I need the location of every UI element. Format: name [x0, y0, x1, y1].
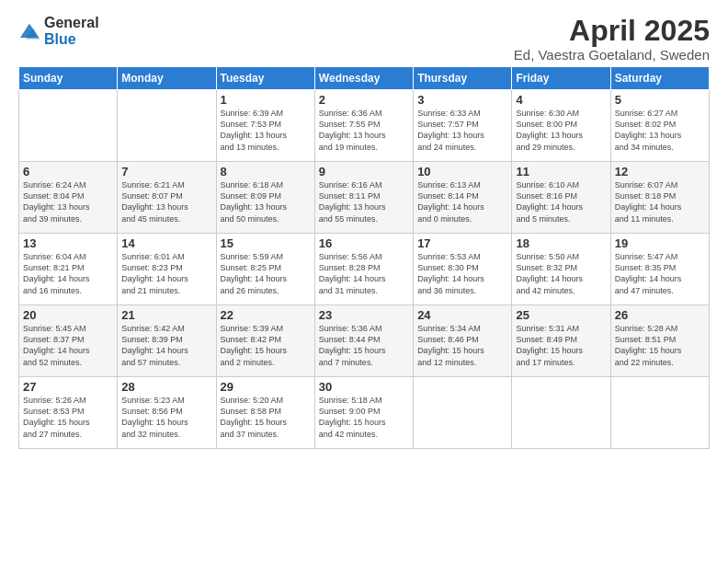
day-number: 14 [121, 236, 211, 250]
calendar-cell [512, 377, 610, 449]
day-info: Sunrise: 6:30 AM Sunset: 8:00 PM Dayligh… [516, 108, 606, 153]
calendar-cell: 14Sunrise: 6:01 AM Sunset: 8:23 PM Dayli… [118, 234, 216, 305]
day-number: 22 [221, 308, 311, 322]
day-info: Sunrise: 6:27 AM Sunset: 8:02 PM Dayligh… [615, 108, 705, 153]
logo-general: General [44, 15, 99, 30]
day-number: 15 [221, 236, 311, 250]
day-info: Sunrise: 5:42 AM Sunset: 8:39 PM Dayligh… [121, 323, 211, 368]
weekday-header-sunday: Sunday [19, 67, 118, 90]
week-row-3: 13Sunrise: 6:04 AM Sunset: 8:21 PM Dayli… [19, 234, 710, 305]
day-info: Sunrise: 6:10 AM Sunset: 8:16 PM Dayligh… [516, 179, 606, 224]
calendar-cell: 30Sunrise: 5:18 AM Sunset: 9:00 PM Dayli… [314, 377, 413, 449]
calendar-cell: 13Sunrise: 6:04 AM Sunset: 8:21 PM Dayli… [19, 234, 118, 305]
day-number: 29 [221, 380, 311, 394]
week-row-2: 6Sunrise: 6:24 AM Sunset: 8:04 PM Daylig… [19, 162, 710, 234]
weekday-header-wednesday: Wednesday [314, 67, 413, 90]
calendar-subtitle: Ed, Vaestra Goetaland, Sweden [514, 47, 710, 63]
day-number: 2 [319, 93, 409, 107]
weekday-header-saturday: Saturday [610, 67, 709, 90]
week-row-1: 1Sunrise: 6:39 AM Sunset: 7:53 PM Daylig… [19, 90, 710, 162]
weekday-header-tuesday: Tuesday [216, 67, 314, 90]
calendar-cell: 8Sunrise: 6:18 AM Sunset: 8:09 PM Daylig… [216, 162, 314, 234]
day-info: Sunrise: 5:39 AM Sunset: 8:42 PM Dayligh… [221, 323, 311, 368]
day-number: 3 [417, 93, 507, 107]
day-info: Sunrise: 5:53 AM Sunset: 8:30 PM Dayligh… [417, 251, 507, 296]
logo: General Blue [18, 15, 99, 48]
calendar-cell: 26Sunrise: 5:28 AM Sunset: 8:51 PM Dayli… [610, 305, 709, 377]
day-info: Sunrise: 5:18 AM Sunset: 9:00 PM Dayligh… [319, 395, 409, 440]
day-number: 18 [516, 236, 606, 250]
day-number: 27 [23, 380, 113, 394]
day-info: Sunrise: 6:07 AM Sunset: 8:18 PM Dayligh… [615, 179, 705, 224]
day-info: Sunrise: 6:18 AM Sunset: 8:09 PM Dayligh… [221, 179, 311, 224]
day-info: Sunrise: 6:36 AM Sunset: 7:55 PM Dayligh… [319, 108, 409, 153]
day-number: 25 [516, 308, 606, 322]
calendar-cell: 20Sunrise: 5:45 AM Sunset: 8:37 PM Dayli… [19, 305, 118, 377]
header: General Blue April 2025 Ed, Vaestra Goet… [18, 15, 710, 63]
calendar-cell [19, 90, 118, 162]
day-number: 16 [319, 236, 409, 250]
calendar-cell: 17Sunrise: 5:53 AM Sunset: 8:30 PM Dayli… [414, 234, 512, 305]
day-info: Sunrise: 5:56 AM Sunset: 8:28 PM Dayligh… [319, 251, 409, 296]
day-info: Sunrise: 6:16 AM Sunset: 8:11 PM Dayligh… [319, 179, 409, 224]
day-number: 12 [615, 165, 705, 178]
day-number: 13 [23, 236, 113, 250]
calendar-cell: 19Sunrise: 5:47 AM Sunset: 8:35 PM Dayli… [610, 234, 709, 305]
day-number: 26 [615, 308, 705, 322]
day-info: Sunrise: 6:24 AM Sunset: 8:04 PM Dayligh… [23, 179, 113, 224]
day-number: 10 [417, 165, 507, 178]
day-info: Sunrise: 5:34 AM Sunset: 8:46 PM Dayligh… [417, 323, 507, 368]
day-number: 7 [121, 165, 211, 178]
day-number: 21 [121, 308, 211, 322]
calendar-table: SundayMondayTuesdayWednesdayThursdayFrid… [18, 66, 710, 449]
calendar-cell: 22Sunrise: 5:39 AM Sunset: 8:42 PM Dayli… [216, 305, 314, 377]
day-number: 28 [121, 380, 211, 394]
day-number: 1 [221, 93, 311, 107]
day-info: Sunrise: 5:23 AM Sunset: 8:56 PM Dayligh… [121, 395, 211, 440]
calendar-cell: 23Sunrise: 5:36 AM Sunset: 8:44 PM Dayli… [314, 305, 413, 377]
calendar-cell: 28Sunrise: 5:23 AM Sunset: 8:56 PM Dayli… [118, 377, 216, 449]
calendar-cell: 16Sunrise: 5:56 AM Sunset: 8:28 PM Dayli… [314, 234, 413, 305]
weekday-header-thursday: Thursday [414, 67, 512, 90]
day-number: 9 [319, 165, 409, 178]
day-info: Sunrise: 6:21 AM Sunset: 8:07 PM Dayligh… [121, 179, 211, 224]
day-number: 4 [516, 93, 606, 107]
week-row-4: 20Sunrise: 5:45 AM Sunset: 8:37 PM Dayli… [19, 305, 710, 377]
calendar-cell: 10Sunrise: 6:13 AM Sunset: 8:14 PM Dayli… [414, 162, 512, 234]
calendar-cell: 5Sunrise: 6:27 AM Sunset: 8:02 PM Daylig… [610, 90, 709, 162]
day-number: 8 [221, 165, 311, 178]
day-info: Sunrise: 5:31 AM Sunset: 8:49 PM Dayligh… [516, 323, 606, 368]
day-info: Sunrise: 5:20 AM Sunset: 8:58 PM Dayligh… [221, 395, 311, 440]
day-number: 19 [615, 236, 705, 250]
day-number: 6 [23, 165, 113, 178]
calendar-cell [118, 90, 216, 162]
day-info: Sunrise: 6:04 AM Sunset: 8:21 PM Dayligh… [23, 251, 113, 296]
calendar-page: General Blue April 2025 Ed, Vaestra Goet… [0, 0, 728, 563]
day-info: Sunrise: 6:01 AM Sunset: 8:23 PM Dayligh… [121, 251, 211, 296]
calendar-cell: 1Sunrise: 6:39 AM Sunset: 7:53 PM Daylig… [216, 90, 314, 162]
day-number: 24 [417, 308, 507, 322]
day-info: Sunrise: 5:50 AM Sunset: 8:32 PM Dayligh… [516, 251, 606, 296]
day-info: Sunrise: 6:33 AM Sunset: 7:57 PM Dayligh… [417, 108, 507, 153]
day-info: Sunrise: 5:45 AM Sunset: 8:37 PM Dayligh… [23, 323, 113, 368]
day-info: Sunrise: 6:39 AM Sunset: 7:53 PM Dayligh… [221, 108, 311, 153]
day-info: Sunrise: 5:36 AM Sunset: 8:44 PM Dayligh… [319, 323, 409, 368]
weekday-header-friday: Friday [512, 67, 610, 90]
day-info: Sunrise: 5:26 AM Sunset: 8:53 PM Dayligh… [23, 395, 113, 440]
calendar-cell: 25Sunrise: 5:31 AM Sunset: 8:49 PM Dayli… [512, 305, 610, 377]
calendar-cell: 27Sunrise: 5:26 AM Sunset: 8:53 PM Dayli… [19, 377, 118, 449]
week-row-5: 27Sunrise: 5:26 AM Sunset: 8:53 PM Dayli… [19, 377, 710, 449]
calendar-cell: 6Sunrise: 6:24 AM Sunset: 8:04 PM Daylig… [19, 162, 118, 234]
calendar-cell: 2Sunrise: 6:36 AM Sunset: 7:55 PM Daylig… [314, 90, 413, 162]
weekday-header-row: SundayMondayTuesdayWednesdayThursdayFrid… [19, 67, 710, 90]
day-info: Sunrise: 5:28 AM Sunset: 8:51 PM Dayligh… [615, 323, 705, 368]
day-number: 23 [319, 308, 409, 322]
calendar-cell [414, 377, 512, 449]
day-info: Sunrise: 5:59 AM Sunset: 8:25 PM Dayligh… [221, 251, 311, 296]
weekday-header-monday: Monday [118, 67, 216, 90]
day-number: 20 [23, 308, 113, 322]
calendar-cell: 3Sunrise: 6:33 AM Sunset: 7:57 PM Daylig… [414, 90, 512, 162]
day-number: 5 [615, 93, 705, 107]
calendar-cell: 21Sunrise: 5:42 AM Sunset: 8:39 PM Dayli… [118, 305, 216, 377]
calendar-cell: 12Sunrise: 6:07 AM Sunset: 8:18 PM Dayli… [610, 162, 709, 234]
